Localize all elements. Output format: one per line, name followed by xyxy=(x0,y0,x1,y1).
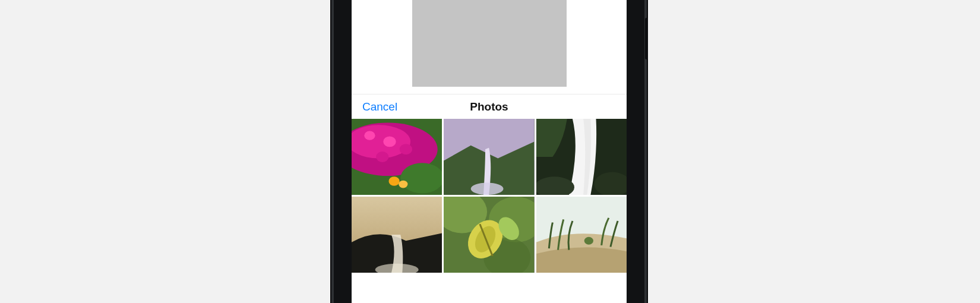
photo-thumbnail[interactable] xyxy=(444,197,534,273)
dune-grass-icon xyxy=(536,197,627,273)
svg-point-3 xyxy=(364,131,375,140)
photo-grid xyxy=(352,119,627,303)
svg-point-5 xyxy=(400,144,412,154)
svg-point-7 xyxy=(400,163,442,193)
photo-thumbnail[interactable] xyxy=(444,119,534,195)
leaves-icon xyxy=(444,197,534,273)
photo-thumbnail[interactable] xyxy=(352,119,442,195)
svg-point-12 xyxy=(471,183,504,195)
svg-point-9 xyxy=(399,181,407,188)
svg-point-26 xyxy=(584,237,593,245)
phone-screen: Cancel Photos xyxy=(352,0,627,303)
photo-thumbnail[interactable] xyxy=(352,197,442,273)
stage: Cancel Photos xyxy=(0,0,980,303)
waterfall-icon xyxy=(444,119,534,195)
svg-point-4 xyxy=(383,136,396,147)
waterfall-sunset-icon xyxy=(352,197,442,273)
photo-picker-header: Cancel Photos xyxy=(352,94,627,119)
flower-icon xyxy=(352,119,442,195)
phone-frame: Cancel Photos xyxy=(334,0,644,303)
cancel-button[interactable]: Cancel xyxy=(362,94,397,119)
photo-thumbnail[interactable] xyxy=(536,119,627,195)
preview-area xyxy=(352,0,627,94)
svg-point-8 xyxy=(388,176,399,185)
photo-thumbnail[interactable] xyxy=(536,197,627,273)
waterfall-rocks-icon xyxy=(536,119,627,195)
svg-point-6 xyxy=(376,152,388,162)
preview-placeholder xyxy=(412,0,567,87)
